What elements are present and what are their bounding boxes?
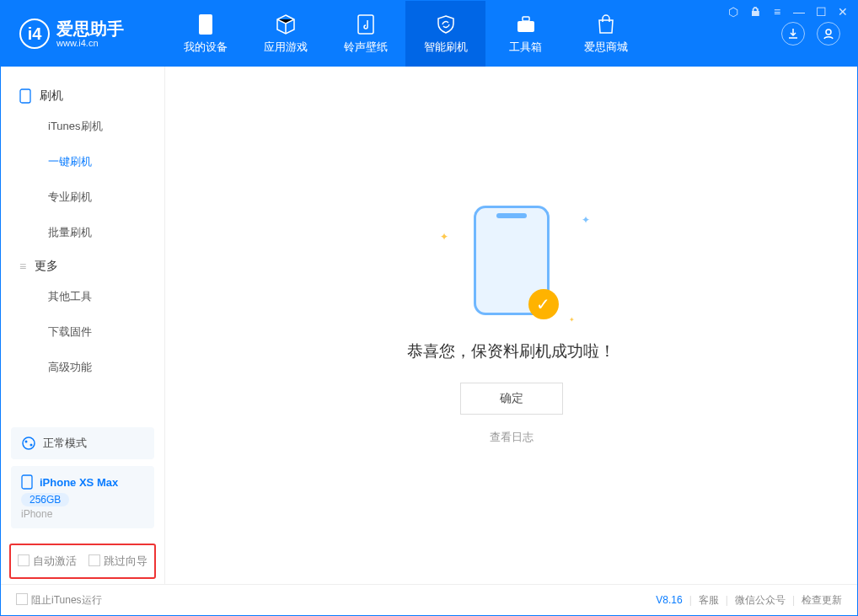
mode-icon	[21, 436, 36, 451]
check-update-link[interactable]: 检查更新	[802, 593, 842, 608]
nav-ringtones[interactable]: 铃声壁纸	[325, 1, 405, 67]
logo-icon: i4	[19, 19, 50, 49]
app-domain: www.i4.cn	[56, 38, 124, 48]
nav-smart-flash[interactable]: 智能刷机	[405, 1, 485, 67]
refresh-shield-icon	[434, 13, 458, 36]
lock-icon[interactable]: 🔒︎	[748, 5, 762, 19]
toolbox-icon	[514, 13, 538, 36]
opt-label: 跳过向导	[104, 554, 147, 567]
nav-store[interactable]: 爱思商城	[566, 1, 646, 67]
logo-area: i4 爱思助手 www.i4.cn	[1, 1, 165, 67]
sidebar-group-flash: 刷机	[1, 80, 164, 109]
svg-rect-1	[358, 15, 373, 34]
nav-label: 智能刷机	[424, 40, 468, 55]
options-row: 自动激活 跳过向导	[9, 544, 156, 579]
list-icon: ≡	[19, 260, 26, 273]
mode-panel[interactable]: 正常模式	[11, 427, 154, 459]
skip-guide-checkbox[interactable]: 跳过向导	[88, 554, 147, 569]
bag-icon	[594, 13, 618, 36]
svg-rect-9	[22, 475, 32, 489]
nav-label: 应用游戏	[264, 40, 308, 55]
sidebar-item-oneclick[interactable]: 一键刷机	[1, 144, 164, 179]
sidebar-item-itunes[interactable]: iTunes刷机	[1, 109, 164, 144]
support-link[interactable]: 客服	[699, 593, 719, 608]
account-button[interactable]	[817, 22, 840, 46]
main-content: ✦ ✦ ✦ ✓ 恭喜您，保资料刷机成功啦！ 确定 查看日志	[165, 67, 857, 584]
version-label: V8.16	[656, 594, 682, 606]
top-nav: 我的设备 应用游戏 铃声壁纸 智能刷机 工具箱 爱思商城	[165, 1, 646, 67]
sidebar-item-download-fw[interactable]: 下载固件	[1, 314, 164, 350]
svg-point-8	[30, 444, 33, 447]
sparkle-icon: ✦	[569, 316, 575, 324]
close-icon[interactable]: ✕	[836, 5, 850, 19]
device-panel[interactable]: iPhone XS Max 256GB iPhone	[11, 466, 154, 528]
minimize-icon[interactable]: —	[792, 5, 806, 19]
phone-outline-icon	[19, 88, 31, 104]
sidebar: 刷机 iTunes刷机 一键刷机 专业刷机 批量刷机 ≡ 更多 其他工具 下载固…	[1, 67, 165, 584]
nav-label: 爱思商城	[584, 40, 628, 55]
svg-rect-5	[20, 89, 30, 103]
svg-point-4	[826, 29, 831, 35]
group-title: 更多	[35, 259, 58, 274]
ok-button[interactable]: 确定	[460, 383, 563, 415]
mode-label: 正常模式	[43, 436, 87, 451]
svg-point-7	[25, 441, 28, 443]
window-controls: ⬡ 🔒︎ ≡ — ☐ ✕	[727, 5, 850, 19]
sparkle-icon: ✦	[440, 231, 448, 243]
header: i4 爱思助手 www.i4.cn 我的设备 应用游戏 铃声壁纸 智能刷机 工具…	[1, 1, 857, 67]
svg-rect-2	[517, 21, 534, 32]
success-illustration: ✓	[474, 206, 550, 315]
nav-toolbox[interactable]: 工具箱	[485, 1, 566, 67]
footer: 阻止iTunes运行 V8.16 | 客服 | 微信公众号 | 检查更新	[1, 584, 857, 615]
nav-label: 我的设备	[184, 40, 228, 55]
nav-label: 铃声壁纸	[344, 40, 388, 55]
download-button[interactable]	[781, 22, 805, 46]
group-title: 刷机	[40, 88, 63, 104]
nav-label: 工具箱	[509, 40, 542, 55]
block-itunes-checkbox[interactable]: 阻止iTunes运行	[16, 593, 102, 608]
device-icon	[21, 474, 33, 490]
music-file-icon	[354, 13, 378, 36]
device-type: iPhone	[21, 508, 144, 520]
footer-label: 阻止iTunes运行	[31, 594, 102, 606]
sidebar-group-more: ≡ 更多	[1, 250, 164, 279]
wechat-link[interactable]: 微信公众号	[735, 593, 786, 608]
success-message: 恭喜您，保资料刷机成功啦！	[407, 340, 615, 362]
device-name: iPhone XS Max	[40, 476, 118, 489]
shirt-icon[interactable]: ⬡	[727, 5, 740, 19]
sidebar-item-pro[interactable]: 专业刷机	[1, 179, 164, 215]
sparkle-icon: ✦	[582, 214, 590, 226]
svg-rect-0	[199, 14, 212, 35]
check-icon: ✓	[528, 289, 559, 319]
svg-point-6	[23, 437, 35, 449]
menu-icon[interactable]: ≡	[770, 5, 784, 19]
nav-apps-games[interactable]: 应用游戏	[245, 1, 325, 67]
opt-label: 自动激活	[33, 554, 77, 567]
cube-icon	[274, 13, 298, 36]
phone-icon	[194, 13, 217, 36]
nav-my-device[interactable]: 我的设备	[165, 1, 245, 67]
sidebar-item-advanced[interactable]: 高级功能	[1, 350, 164, 385]
sidebar-item-batch[interactable]: 批量刷机	[1, 215, 164, 250]
sidebar-item-other-tools[interactable]: 其他工具	[1, 279, 164, 314]
device-storage: 256GB	[21, 493, 69, 506]
maximize-icon[interactable]: ☐	[814, 5, 828, 19]
auto-activate-checkbox[interactable]: 自动激活	[18, 554, 77, 569]
app-name: 爱思助手	[56, 19, 124, 38]
svg-rect-3	[523, 17, 529, 21]
view-log-link[interactable]: 查看日志	[490, 430, 534, 445]
